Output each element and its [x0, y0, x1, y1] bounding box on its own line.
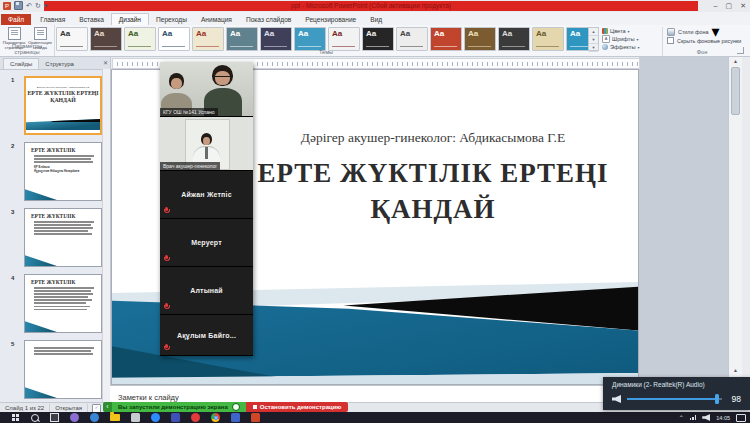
- theme-tile[interactable]: Aa: [498, 27, 530, 51]
- search-icon[interactable]: [31, 414, 39, 422]
- zoom-participant-tile[interactable]: Меруерт: [160, 219, 253, 267]
- volume-slider[interactable]: [627, 398, 722, 400]
- thumb-text-lines: [34, 347, 94, 355]
- muted-mic-icon: [164, 255, 169, 262]
- thumb-text-lines: [34, 155, 94, 163]
- theme-fonts-button[interactable]: A Шрифты ▾: [602, 35, 658, 43]
- ribbon-tab-Файл[interactable]: Файл: [1, 14, 31, 25]
- ribbon-tab-Вид[interactable]: Вид: [363, 14, 389, 25]
- theme-tile[interactable]: Aa: [532, 27, 564, 51]
- panel-close-icon[interactable]: ✕: [103, 59, 108, 66]
- ribbon-tab-Анимация[interactable]: Анимация: [194, 14, 239, 25]
- slide-title-text[interactable]: ЕРТЕ ЖҮКТІЛІК ЕРТЕҢІ ҚАНДАЙ: [242, 156, 624, 227]
- participant-name-label: КГУ ОШ №141 Успано: [160, 108, 218, 116]
- ribbon-tab-bar: ФайлГлавнаяВставкаДизайнПереходыАнимация…: [0, 12, 750, 26]
- theme-tile[interactable]: Aa: [260, 27, 292, 51]
- zoom-participant-tile[interactable]: Ақұлым Байго...: [160, 315, 253, 356]
- scroll-up-icon[interactable]: ▲: [729, 56, 742, 66]
- powerpoint-app-icon[interactable]: [251, 413, 260, 422]
- slide-subtitle-text[interactable]: Дәрігер акушер-гинеколог: Абдикасымова Г…: [242, 130, 624, 146]
- theme-tile[interactable]: Aa: [56, 27, 88, 51]
- theme-tile[interactable]: Aa: [124, 27, 156, 51]
- theme-tile[interactable]: Aa: [396, 27, 428, 51]
- word-app-icon[interactable]: [171, 413, 180, 422]
- qat-dropdown-icon[interactable]: ▾: [44, 2, 48, 10]
- ribbon-tab-Рецензирование[interactable]: Рецензирование: [298, 14, 363, 25]
- previous-slide-icon[interactable]: ▲: [729, 365, 742, 375]
- zoom-participant-tile[interactable]: Врач акушер-гинеколог: [160, 117, 253, 171]
- volume-slider-thumb[interactable]: [715, 394, 719, 404]
- maximize-button[interactable]: ▢: [726, 0, 733, 11]
- theme-tile[interactable]: Aa: [362, 27, 394, 51]
- theme-colors-button[interactable]: Цвета ▾: [602, 27, 658, 35]
- tab-slides[interactable]: Слайды: [3, 58, 39, 69]
- slides-panel: Слайды Структура ✕ 1Дәрігер акушер-гинек…: [0, 56, 111, 402]
- theme-tile[interactable]: Aa: [464, 27, 496, 51]
- file-explorer-icon[interactable]: [110, 414, 120, 421]
- app-viber-icon[interactable]: [70, 413, 79, 422]
- ribbon-tab-Показ слайдов[interactable]: Показ слайдов: [239, 14, 298, 25]
- colors-icon: [602, 28, 608, 34]
- tab-outline[interactable]: Структура: [39, 59, 79, 69]
- start-button[interactable]: [12, 414, 20, 422]
- mail-app-icon[interactable]: [231, 413, 240, 422]
- theme-tile[interactable]: Aa: [294, 27, 326, 51]
- themes-gallery-scroll[interactable]: ▲ ▼ ▼: [588, 27, 599, 51]
- opera-icon[interactable]: [191, 413, 200, 422]
- tray-expand-icon[interactable]: ⌃: [679, 413, 684, 423]
- participant-name: Ақұлым Байго...: [173, 332, 240, 339]
- zoom-participant-tile[interactable]: Алтынай: [160, 267, 253, 315]
- speaker-icon[interactable]: [612, 395, 621, 403]
- pause-share-icon[interactable]: [232, 403, 240, 411]
- share-bar-collapse-icon[interactable]: ‹: [103, 402, 112, 412]
- theme-tile[interactable]: Aa: [192, 27, 224, 51]
- ribbon-tab-Вставка[interactable]: Вставка: [72, 14, 111, 25]
- theme-tile[interactable]: Aa: [328, 27, 360, 51]
- scrollbar-thumb[interactable]: [731, 67, 740, 115]
- slide-thumbnail-row: 5: [24, 340, 102, 399]
- theme-tile[interactable]: Aa: [90, 27, 122, 51]
- undo-icon[interactable]: ↶: [26, 2, 32, 10]
- zoom-participant-tile[interactable]: КГУ ОШ №141 Успано: [160, 62, 253, 117]
- theme-tile[interactable]: Aa: [226, 27, 258, 51]
- app-gray-icon[interactable]: [131, 413, 140, 422]
- close-button[interactable]: ✕: [740, 0, 746, 11]
- zoom-participant-tile[interactable]: Айжан Жетпіс: [160, 171, 253, 219]
- stop-share-button[interactable]: Остановить демонстрацию: [246, 402, 349, 412]
- notification-center-icon[interactable]: [736, 414, 746, 422]
- chrome-icon[interactable]: [211, 413, 220, 422]
- page-setup-icon: [8, 27, 21, 40]
- clock[interactable]: 14:05: [716, 413, 730, 423]
- slide-thumbnail[interactable]: ЕРТЕ ЖҮКТІЛІКҚР ЕлбасыНұрсұлтан Әбішұлы …: [24, 142, 102, 201]
- slides-panel-scrollbar[interactable]: [102, 69, 110, 402]
- vertical-scrollbar[interactable]: ▲ ▲ ▼: [728, 56, 742, 385]
- ribbon-tab-Дизайн[interactable]: Дизайн: [111, 13, 149, 25]
- redo-icon[interactable]: ↻: [35, 2, 41, 10]
- slide-thumbnail-row: 2ЕРТЕ ЖҮКТІЛІКҚР ЕлбасыНұрсұлтан Әбішұлы…: [24, 142, 102, 201]
- theme-tile[interactable]: Aa: [430, 27, 462, 51]
- slide-thumbnail[interactable]: ЕРТЕ ЖҮКТІЛІК: [24, 274, 102, 333]
- slide-thumbnail[interactable]: ЕРТЕ ЖҮКТІЛІК: [24, 208, 102, 267]
- save-icon[interactable]: [14, 1, 23, 10]
- slide-thumbnail[interactable]: Дәрігер акушер-гинеколог Абдикасымова Г.…: [24, 76, 102, 135]
- task-view-icon[interactable]: [50, 413, 59, 422]
- theme-tile[interactable]: Aa: [158, 27, 190, 51]
- theme-effects-button[interactable]: Эффекты ▾: [602, 43, 658, 51]
- muted-mic-icon: [164, 207, 169, 214]
- theme-aa-glyph: Aa: [400, 29, 410, 38]
- app-browser-icon[interactable]: [90, 413, 99, 422]
- ribbon-tab-Переходы[interactable]: Переходы: [149, 14, 194, 25]
- ribbon-tab-Главная[interactable]: Главная: [33, 14, 72, 25]
- hide-background-graphics-checkbox[interactable]: Скрыть фоновые рисунки: [667, 36, 747, 45]
- gallery-up-icon[interactable]: ▲: [589, 28, 598, 36]
- background-styles-button[interactable]: Стили фона ▾: [667, 27, 747, 36]
- slide-thumbnail-row: 4ЕРТЕ ЖҮКТІЛІК: [24, 274, 102, 333]
- minimize-button[interactable]: –: [714, 0, 718, 11]
- gallery-down-icon[interactable]: ▼: [589, 36, 598, 44]
- thumb-heading: ЕРТЕ ЖҮКТІЛІК: [31, 279, 101, 285]
- background-styles-icon: [667, 28, 675, 36]
- volume-icon[interactable]: [702, 414, 710, 421]
- slide-thumbnail[interactable]: [24, 340, 102, 399]
- network-icon[interactable]: [690, 415, 697, 420]
- zoom-app-icon[interactable]: [151, 413, 160, 422]
